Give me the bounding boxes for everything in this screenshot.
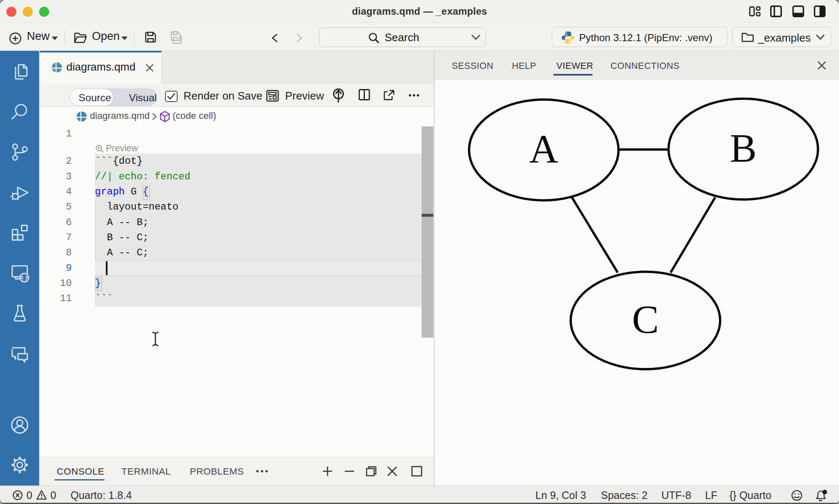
svg-text:C: C bbox=[632, 297, 659, 342]
svg-text:B: B bbox=[730, 126, 757, 171]
svg-text:A: A bbox=[529, 126, 558, 171]
